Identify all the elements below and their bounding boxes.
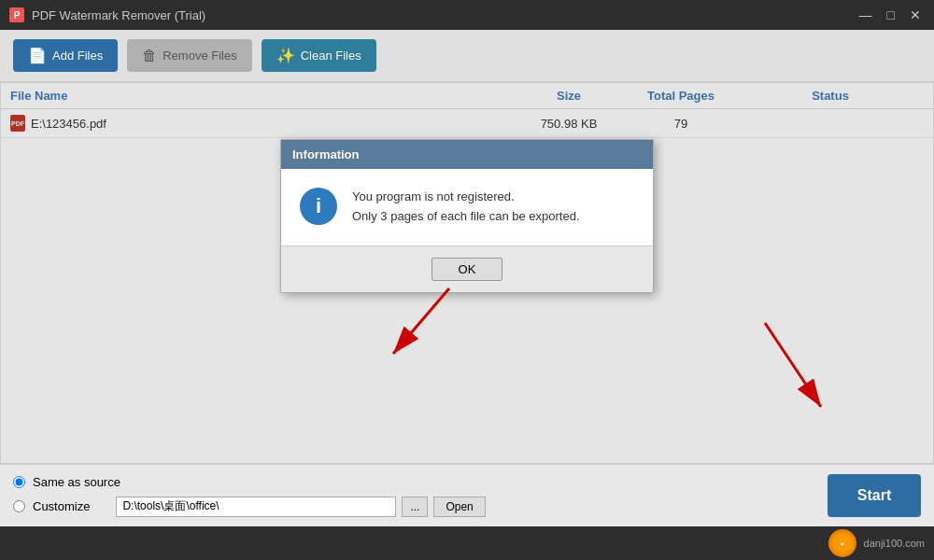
maximize-button[interactable]: □ [884, 7, 899, 22]
clean-files-button[interactable]: ✨ Clean Files [262, 39, 376, 72]
add-files-icon: 📄 [28, 47, 47, 64]
minimize-button[interactable]: — [856, 7, 876, 22]
bottom-watermark: ● danji100.com [0, 526, 934, 560]
toolbar: 📄 Add Files 🗑 Remove Files ✨ Clean Files [0, 30, 934, 82]
dialog-message: You program is not registered. Only 3 pa… [352, 188, 580, 227]
customize-row: Customize ... Open [13, 497, 486, 517]
dialog-line2: Only 3 pages of each file can be exporte… [352, 207, 580, 227]
same-as-source-label: Same as source [33, 475, 120, 489]
svg-line-1 [393, 288, 449, 354]
remove-files-icon: 🗑 [142, 48, 157, 64]
information-dialog: Information i You program is not registe… [280, 139, 654, 293]
close-button[interactable]: ✕ [906, 7, 925, 22]
path-input[interactable] [116, 497, 396, 517]
same-as-source-row: Same as source [13, 475, 486, 489]
ok-button[interactable]: OK [432, 258, 503, 281]
dialog-footer: OK [281, 245, 653, 292]
table-area: File Name Size Total Pages Status PDF E:… [0, 82, 934, 464]
open-button[interactable]: Open [433, 497, 485, 517]
remove-files-label: Remove Files [163, 49, 236, 63]
dialog-content: i You program is not registered. Only 3 … [281, 169, 653, 245]
dialog-overlay: Information i You program is not registe… [1, 83, 933, 463]
add-files-button[interactable]: 📄 Add Files [13, 39, 118, 72]
same-as-source-radio[interactable] [13, 476, 25, 488]
dialog-title-bar: Information [281, 140, 653, 169]
bottom-left: Same as source Customize ... Open [13, 475, 486, 517]
dialog-line1: You program is not registered. [352, 188, 580, 207]
customize-label: Customize [33, 499, 90, 513]
app-icon: P [9, 7, 24, 22]
start-button[interactable]: Start [828, 474, 921, 517]
title-bar-controls: — □ ✕ [856, 7, 925, 22]
path-input-row: ... Open [116, 497, 485, 517]
main-window: 📄 Add Files 🗑 Remove Files ✨ Clean Files… [0, 30, 934, 526]
clean-files-label: Clean Files [301, 49, 361, 63]
watermark-text: danji100.com [864, 538, 925, 549]
dialog-title: Information [292, 147, 360, 161]
clean-files-icon: ✨ [276, 47, 295, 64]
title-bar: P PDF Watermark Remover (Trial) — □ ✕ [0, 0, 934, 30]
watermark-logo: ● [828, 529, 856, 557]
app-title: PDF Watermark Remover (Trial) [32, 8, 205, 22]
title-bar-left: P PDF Watermark Remover (Trial) [9, 7, 205, 22]
remove-files-button[interactable]: 🗑 Remove Files [127, 39, 251, 72]
customize-radio[interactable] [13, 500, 25, 512]
bottom-bar: Same as source Customize ... Open Start [0, 464, 934, 526]
browse-button[interactable]: ... [402, 497, 428, 517]
add-files-label: Add Files [52, 49, 103, 63]
info-icon: i [300, 188, 337, 225]
